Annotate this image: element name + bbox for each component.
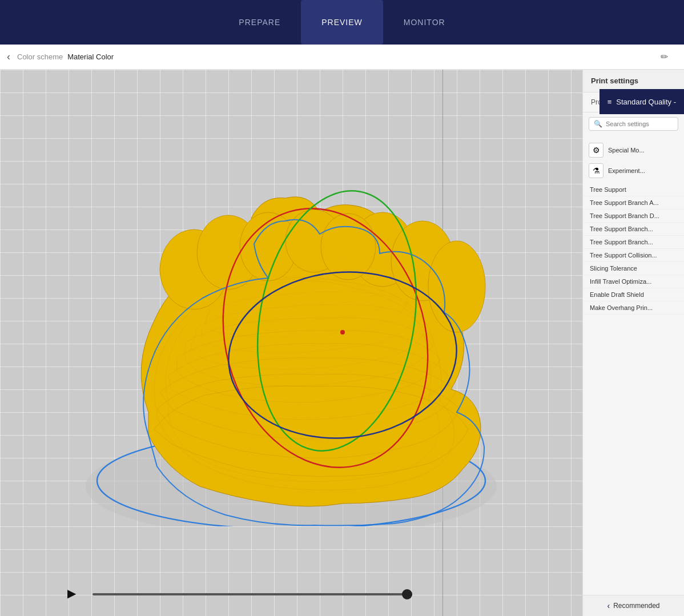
playback-bar: ▶: [0, 586, 480, 602]
edit-icon[interactable]: ✏: [661, 51, 668, 62]
experiment-row[interactable]: ⚗ Experiment...: [583, 160, 684, 181]
main-area: ▶ Print settings Profile Stan 🔍 ⚙ Specia…: [0, 70, 684, 616]
settings-item-overhang[interactable]: Make Overhang Prin...: [583, 301, 684, 315]
search-icon: 🔍: [594, 120, 602, 128]
settings-item-branch-angle[interactable]: Tree Support Branch A...: [583, 196, 684, 210]
quality-label: Standard Quality -: [616, 98, 676, 106]
right-panel: Print settings Profile Stan 🔍 ⚙ Special …: [582, 70, 684, 616]
experiment-label: Experiment...: [608, 167, 645, 174]
play-button[interactable]: ▶: [67, 586, 83, 602]
special-mode-icon: ⚙: [589, 143, 603, 158]
settings-item-slicing-tolerance[interactable]: Slicing Tolerance: [583, 262, 684, 275]
search-box[interactable]: 🔍: [589, 117, 678, 131]
slider-thumb[interactable]: [402, 589, 412, 599]
3d-model-svg: [57, 92, 525, 526]
top-navigation: PREPARE PREVIEW MONITOR: [0, 0, 684, 45]
tab-monitor[interactable]: MONITOR: [383, 0, 466, 45]
settings-item-branch-diameter[interactable]: Tree Support Branch D...: [583, 210, 684, 223]
search-input[interactable]: [606, 120, 673, 127]
quality-button[interactable]: ≡ Standard Quality -: [599, 89, 684, 114]
settings-list: ⚙ Special Mo... ⚗ Experiment... Tree Sup…: [583, 135, 684, 595]
color-scheme-bar: ‹ Color scheme Material Color ✏ ≡ Standa…: [0, 45, 684, 70]
svg-point-7: [428, 241, 485, 332]
layer-slider[interactable]: [92, 593, 412, 595]
settings-icon-group: ⚙ Special Mo... ⚗ Experiment...: [583, 138, 684, 183]
recommended-label: Recommended: [613, 602, 659, 610]
3d-viewport[interactable]: ▶: [0, 70, 582, 616]
color-scheme-value: Material Color: [67, 53, 114, 61]
special-mode-label: Special Mo...: [608, 147, 645, 154]
back-button[interactable]: ‹: [7, 51, 10, 63]
quality-icon: ≡: [607, 98, 612, 106]
settings-item-branch-1[interactable]: Tree Support Branch...: [583, 223, 684, 236]
model-container: [0, 70, 582, 616]
tab-preview[interactable]: PREVIEW: [301, 0, 383, 45]
svg-point-13: [340, 330, 345, 335]
color-scheme-label: Color scheme: [17, 53, 63, 61]
tab-prepare[interactable]: PREPARE: [218, 0, 301, 45]
settings-item-infill-travel[interactable]: Infill Travel Optimiza...: [583, 275, 684, 288]
settings-item-tree-support[interactable]: Tree Support: [583, 183, 684, 196]
experiment-icon: ⚗: [589, 163, 603, 178]
settings-item-collision[interactable]: Tree Support Collision...: [583, 249, 684, 262]
settings-item-draft-shield[interactable]: Enable Draft Shield: [583, 288, 684, 301]
recommended-button[interactable]: ‹ Recommended: [583, 595, 684, 616]
chevron-left-icon: ‹: [607, 601, 610, 610]
special-mode-row[interactable]: ⚙ Special Mo...: [583, 140, 684, 160]
settings-item-branch-2[interactable]: Tree Support Branch...: [583, 236, 684, 249]
